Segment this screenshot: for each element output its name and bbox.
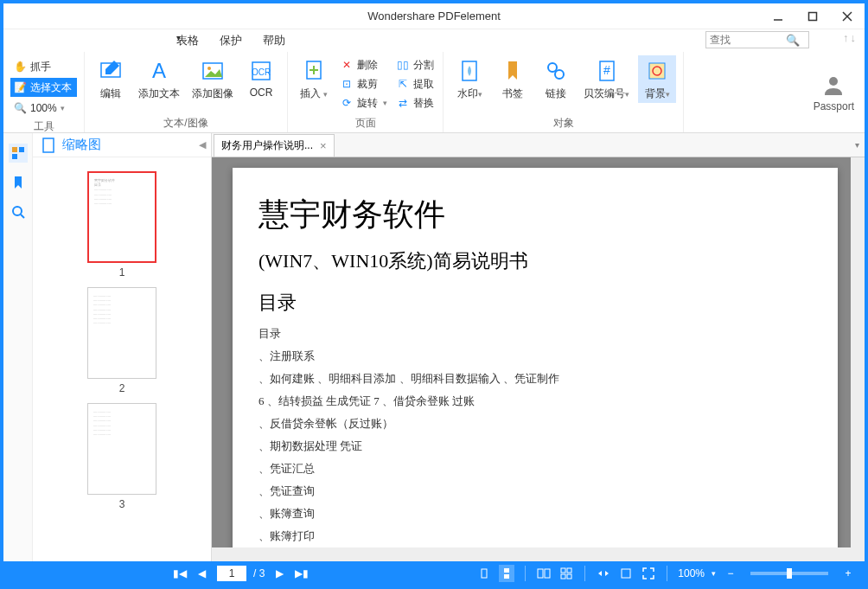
svg-point-7: [207, 67, 211, 70]
extract-icon: ⇱: [396, 77, 410, 91]
next-page-icon[interactable]: ▶: [271, 565, 287, 582]
close-button[interactable]: [830, 3, 865, 29]
tab-close-icon[interactable]: ×: [320, 139, 327, 152]
split-button[interactable]: ▯▯分割: [394, 55, 436, 74]
zoom-out-icon[interactable]: −: [723, 565, 738, 582]
doc-subtitle: (WIN7、WIN10系统)简易说明书: [258, 248, 812, 274]
ocr-button[interactable]: OCROCR: [242, 55, 280, 100]
statusbar: ▮◀ ◀ / 3 ▶ ▶▮ 100% ▾ − +: [3, 561, 865, 586]
svg-text:#: #: [603, 63, 610, 77]
sidebar-strip: [3, 133, 33, 561]
svg-point-12: [548, 63, 557, 72]
svg-rect-29: [545, 569, 550, 578]
document-viewport[interactable]: 慧宇财务软件 (WIN7、WIN10系统)简易说明书 目录 目录 、注册联系 、…: [212, 157, 865, 561]
zoom-tool[interactable]: 🔍100%▾: [10, 99, 77, 118]
svg-rect-25: [482, 569, 487, 578]
passport-button[interactable]: Passport: [803, 52, 865, 132]
crop-button[interactable]: ⊡裁剪: [338, 74, 389, 93]
svg-rect-28: [538, 569, 543, 578]
edit-button[interactable]: 编辑: [92, 55, 130, 103]
svg-point-13: [555, 70, 564, 79]
zoom-in-icon[interactable]: +: [840, 565, 856, 582]
toc-heading: 目录: [258, 290, 812, 316]
ribbon: ✋抓手 📝选择文本 🔍100%▾ 工具 编辑 A添加文本 添加图像 OCROCR…: [3, 52, 865, 133]
watermark-button[interactable]: 水印▾: [450, 55, 488, 103]
svg-rect-33: [567, 574, 571, 579]
replace-icon: ⇄: [396, 96, 410, 110]
svg-rect-19: [12, 147, 17, 152]
svg-rect-34: [622, 569, 630, 578]
group-object-label: 对象: [450, 114, 676, 132]
extract-button[interactable]: ⇱提取: [394, 74, 436, 93]
view-facing-icon[interactable]: [536, 565, 552, 582]
page-number-input[interactable]: [217, 566, 246, 581]
add-text-button[interactable]: A添加文本: [135, 55, 183, 103]
search-icon[interactable]: 🔍: [784, 34, 801, 47]
split-icon: ▯▯: [396, 58, 410, 72]
toc-item: 、账簿查询: [258, 506, 812, 522]
replace-button[interactable]: ⇄替换: [394, 93, 436, 112]
menu-protect[interactable]: 保护: [220, 33, 242, 48]
bookmarks-tab-icon[interactable]: [9, 173, 28, 192]
page-icon: [41, 138, 55, 153]
horizontal-scrollbar[interactable]: [212, 547, 851, 561]
last-page-icon[interactable]: ▶▮: [294, 565, 310, 582]
bookmark-button[interactable]: 书签: [494, 55, 532, 103]
svg-rect-27: [504, 574, 509, 579]
add-image-button[interactable]: 添加图像: [188, 55, 237, 103]
select-text-tool[interactable]: 📝选择文本: [10, 78, 77, 97]
view-single-icon[interactable]: [476, 565, 492, 582]
delete-icon: ✕: [340, 58, 354, 72]
svg-point-18: [829, 77, 838, 86]
svg-rect-31: [567, 568, 571, 573]
nav-up-icon[interactable]: ↑: [843, 31, 849, 44]
tab-list-icon[interactable]: ▾: [855, 140, 859, 150]
thumbnail-2[interactable]: ........................................…: [87, 287, 156, 394]
document-tab[interactable]: 财务用户操作说明... ×: [214, 134, 335, 157]
minimize-button[interactable]: [761, 3, 795, 29]
first-page-icon[interactable]: ▮◀: [172, 565, 188, 582]
bates-button[interactable]: #贝茨编号▾: [580, 55, 633, 103]
toc-item: 、注册联系: [258, 349, 812, 364]
svg-rect-24: [43, 138, 54, 152]
search-input[interactable]: [706, 34, 784, 46]
search-box[interactable]: 🔍: [705, 31, 809, 48]
collapse-icon[interactable]: ◀: [199, 139, 206, 150]
app-title: Wondershare PDFelement: [367, 10, 501, 22]
svg-text:A: A: [152, 59, 166, 82]
svg-rect-20: [19, 147, 24, 152]
thumbnail-3[interactable]: ........................................…: [87, 403, 156, 510]
thumbnails-tab-icon[interactable]: [9, 144, 28, 163]
insert-button[interactable]: 插入 ▾: [295, 55, 333, 103]
background-button[interactable]: 背景▾: [638, 55, 676, 103]
thumbnails-header: 缩略图 ◀: [33, 133, 211, 157]
view-continuous-icon[interactable]: [499, 565, 514, 582]
search-tab-icon[interactable]: [9, 202, 28, 221]
grab-tool[interactable]: ✋抓手: [10, 57, 77, 76]
fit-width-icon[interactable]: [596, 565, 611, 582]
document-tabs: 财务用户操作说明... × ▾: [212, 133, 865, 157]
svg-rect-1: [809, 13, 817, 21]
menu-help[interactable]: 帮助: [263, 33, 285, 48]
delete-button[interactable]: ✕删除: [338, 55, 389, 74]
zoom-slider[interactable]: [750, 572, 828, 575]
page-content: 慧宇财务软件 (WIN7、WIN10系统)简易说明书 目录 目录 、注册联系 、…: [233, 168, 838, 561]
view-grid-icon[interactable]: [558, 565, 574, 582]
maximize-button[interactable]: [795, 3, 830, 29]
thumbnail-1[interactable]: 慧宇财务软件目录................................…: [87, 171, 156, 278]
fullscreen-icon[interactable]: [641, 565, 656, 582]
menu-dropdown-icon[interactable]: ▾: [176, 33, 181, 42]
link-button[interactable]: 链接: [537, 55, 575, 103]
thumbnails-list[interactable]: 慧宇财务软件目录................................…: [33, 157, 211, 561]
toc-item: 、期初数据处理 凭证: [258, 439, 812, 454]
toc-item: 、凭证汇总: [258, 461, 812, 477]
nav-down-icon[interactable]: ↓: [851, 31, 857, 44]
svg-rect-16: [649, 63, 665, 79]
vertical-scrollbar[interactable]: [851, 157, 865, 561]
fit-page-icon[interactable]: [618, 565, 634, 582]
prev-page-icon[interactable]: ◀: [195, 565, 210, 582]
svg-line-23: [21, 214, 24, 218]
group-textimg-label: 文本/图像: [92, 114, 280, 132]
rotate-button[interactable]: ⟳旋转▾: [338, 93, 389, 112]
crop-icon: ⊡: [340, 77, 354, 91]
